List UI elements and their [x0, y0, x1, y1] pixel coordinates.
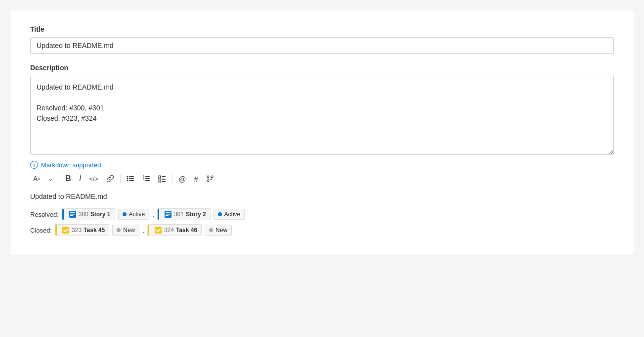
- svg-rect-23: [70, 214, 75, 215]
- chip-title-323: Task 45: [84, 227, 105, 234]
- task-list-icon: [158, 175, 166, 183]
- status-text-301: Active: [224, 211, 241, 218]
- toolbar-hash-btn[interactable]: #: [191, 173, 201, 185]
- description-label: Description: [30, 64, 614, 72]
- svg-point-18: [207, 176, 209, 178]
- status-dot-300: [123, 212, 127, 216]
- svg-rect-14: [159, 178, 161, 180]
- svg-rect-5: [129, 180, 134, 181]
- toolbar-unordered-list-btn[interactable]: [124, 173, 137, 185]
- svg-rect-1: [129, 176, 134, 177]
- story-icon-300: [69, 210, 77, 218]
- ordered-list-icon: 1. 2. 3.: [142, 175, 150, 183]
- status-badge-301: Active: [214, 209, 245, 220]
- status-dot-301: [218, 212, 222, 216]
- svg-point-0: [127, 176, 129, 178]
- svg-text:3.: 3.: [143, 179, 145, 182]
- chip-number-323: 323: [72, 227, 82, 234]
- toolbar-dropdown-btn[interactable]: ⌄: [45, 174, 56, 184]
- svg-rect-22: [70, 212, 75, 213]
- info-icon: i: [30, 161, 38, 169]
- svg-rect-26: [166, 212, 171, 213]
- status-badge-300: Active: [118, 209, 150, 220]
- work-item-chip-324[interactable]: 324 Task 46: [147, 224, 202, 236]
- status-badge-324: New: [205, 225, 232, 236]
- status-dot-324: [209, 228, 213, 232]
- markdown-note: i Markdown supported.: [30, 161, 614, 169]
- svg-point-19: [207, 180, 209, 182]
- toolbar-task-list-btn[interactable]: [155, 173, 169, 185]
- toolbar-mention-btn[interactable]: @: [175, 173, 189, 185]
- svg-point-2: [127, 178, 129, 180]
- chip-inner-323: 323 Task 45: [58, 225, 109, 236]
- svg-rect-7: [145, 176, 150, 177]
- status-dot-323: [117, 228, 121, 232]
- svg-rect-27: [166, 214, 171, 215]
- toolbar-separator-3: [172, 174, 172, 183]
- work-item-chip-323[interactable]: 323 Task 45: [55, 224, 109, 236]
- chip-inner-301: 301 Story 2: [160, 209, 210, 220]
- status-text-324: New: [215, 227, 227, 234]
- svg-rect-16: [159, 181, 161, 183]
- unordered-list-icon: [127, 175, 134, 183]
- chip-bar-324: [148, 225, 149, 236]
- work-item-chip-301[interactable]: 301 Story 2: [157, 208, 211, 220]
- toolbar-separator-1: [59, 174, 59, 183]
- svg-rect-24: [70, 215, 73, 216]
- title-input[interactable]: [30, 37, 614, 54]
- preview-text: Updated to README.md: [30, 193, 614, 200]
- task-icon-324: [154, 226, 162, 234]
- toolbar-italic-btn[interactable]: I: [76, 173, 84, 185]
- svg-rect-17: [162, 181, 166, 182]
- chip-bar-301: [158, 209, 159, 220]
- comma-2: ,: [142, 227, 144, 234]
- comma-1: ,: [152, 211, 154, 218]
- toolbar-ordered-list-btn[interactable]: 1. 2. 3.: [139, 173, 153, 185]
- work-item-chip-300[interactable]: 300 Story 1: [62, 208, 115, 220]
- chip-inner-324: 324 Task 46: [150, 225, 201, 236]
- toolbar-bold-btn[interactable]: B: [62, 173, 74, 185]
- chip-inner-300: 300 Story 1: [65, 209, 115, 220]
- toolbar-separator-2: [120, 174, 121, 183]
- closed-row: Closed: 323 Task 45 New ,: [30, 224, 614, 236]
- chip-title-301: Story 2: [186, 211, 206, 218]
- markdown-note-text: Markdown supported.: [41, 161, 103, 169]
- chip-title-300: Story 1: [90, 211, 111, 218]
- closed-label: Closed:: [30, 227, 52, 234]
- story-icon-301: [164, 210, 172, 218]
- svg-rect-15: [162, 179, 166, 180]
- chip-bar-323: [55, 225, 57, 236]
- chip-bar-300: [62, 209, 64, 220]
- toolbar-code-btn[interactable]: </>: [86, 174, 101, 184]
- chip-number-300: 300: [79, 211, 88, 218]
- toolbar: Aa ⌄ B I </> 1. 2.: [30, 173, 614, 185]
- resolved-label: Resolved:: [30, 211, 59, 218]
- status-text-300: Active: [129, 211, 145, 218]
- svg-rect-28: [166, 215, 169, 216]
- pr-icon: [206, 175, 214, 183]
- main-container: Title Description Updated to README.md R…: [10, 10, 634, 255]
- status-badge-323: New: [112, 225, 139, 236]
- svg-rect-3: [129, 178, 134, 179]
- title-label: Title: [30, 25, 614, 33]
- chip-number-301: 301: [174, 211, 184, 218]
- toolbar-link-btn[interactable]: [103, 173, 117, 185]
- svg-rect-9: [145, 178, 150, 179]
- toolbar-text-style-btn[interactable]: Aa: [30, 173, 43, 184]
- svg-rect-13: [162, 176, 166, 177]
- svg-rect-11: [145, 180, 150, 181]
- resolved-row: Resolved: 300 Story 1 Active ,: [30, 208, 614, 220]
- task-icon-323: [62, 226, 70, 234]
- svg-point-20: [211, 176, 213, 178]
- link-icon: [106, 175, 114, 183]
- svg-point-4: [127, 180, 129, 182]
- status-text-323: New: [123, 227, 135, 234]
- chip-number-324: 324: [164, 227, 174, 234]
- description-textarea[interactable]: Updated to README.md Resolved: #300, #30…: [30, 76, 614, 155]
- chip-title-324: Task 46: [176, 227, 197, 234]
- toolbar-pr-btn[interactable]: [203, 173, 217, 185]
